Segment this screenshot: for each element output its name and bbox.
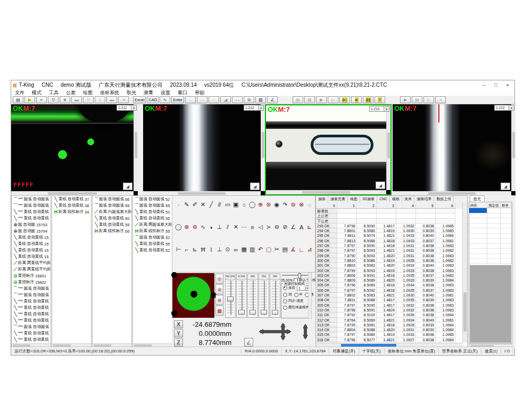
camera-resize-icon[interactable]: ◢ [250,183,260,190]
palette-tool-icon[interactable]: ⊕ [256,201,264,209]
channel-slider[interactable]: 0% [270,274,280,318]
menu-item[interactable]: 文件 [11,89,28,96]
camera-range-dropdown[interactable]: 1-212▼ [244,105,264,111]
palette-tool-icon[interactable]: ◖ [207,223,215,231]
element-list-item[interactable]: ⌒*** 圆弧 自动圆弧 [12,324,51,330]
arrow-block-icon[interactable]: ⇥ [118,96,129,103]
result-row[interactable]: 304 OK7.88098.50891.48201.09330.80391.09… [316,278,462,283]
y-jog-arrow[interactable] [280,320,286,343]
result-row[interactable]: 297 OK7.87978.50901.48181.09310.80381.09… [316,243,462,248]
element-list-item[interactable]: ╲*** 直线 自动直线 [12,209,51,215]
element-list-item[interactable]: ⊖直径标注15802 [12,279,51,285]
light-type-button[interactable]: ⊛ [215,295,223,305]
palette-tool-icon[interactable]: ⌐ [182,245,190,253]
chart-button[interactable]: ∠ [244,338,253,347]
camera-range-dropdown[interactable]: 1-212▼ [117,105,137,111]
zoom-icon[interactable]: ⊙ [244,96,254,103]
palette-tool-icon[interactable]: A [297,223,305,231]
element-list-item[interactable]: ⌒圆弧 自动圆弧55 [133,202,172,209]
gray-block-icon[interactable]: ▬ [71,96,82,103]
menu-item[interactable]: 模式 [28,89,45,96]
image-icon[interactable]: ◢ [220,96,231,103]
open-folder-icon[interactable]: ▶ [24,96,35,103]
camera-view-4[interactable] [393,104,511,191]
camera-hscrollbar[interactable] [393,191,511,195]
palette-tool-icon[interactable]: ⊛ [191,223,199,231]
results-tab[interactable]: 绘图 [348,196,360,203]
element-list-item[interactable]: ⌒*** 圆弧 自动圆弧 [12,196,51,202]
maximize-button[interactable]: □ [491,81,501,88]
results-tab[interactable]: 数据上传 [434,196,454,203]
channel-slider[interactable]: 0% [259,274,269,318]
menu-item[interactable]: 测量 [140,89,157,96]
radio-icon[interactable] [283,306,287,310]
height-icon[interactable]: ↕ [95,96,105,103]
play-icon[interactable]: ▷ [328,96,338,103]
detail-row[interactable] [469,244,512,249]
results-tab[interactable]: 夹具 [402,196,414,203]
result-row[interactable]: 312 OK7.87648.50691.48211.09340.80491.09… [316,318,462,323]
hscroll-thumb[interactable] [302,191,350,194]
camera-resize-icon[interactable]: ◢ [501,183,510,190]
radio-icon[interactable] [294,293,298,297]
pillar-icon[interactable]: II [60,96,70,103]
palette-tool-icon[interactable]: Ħ [199,245,207,253]
palette-tool-icon[interactable]: ⊘ [281,223,289,231]
camera-view-2[interactable] [143,104,261,191]
palette-tool-icon[interactable]: ∿ [199,223,207,231]
element-list-item[interactable]: ╲直线 自动直线52 [133,247,172,253]
cad-button[interactable]: CAD [147,96,159,103]
menu-item[interactable]: 绘图 [79,89,96,96]
result-row[interactable]: 298 OK7.87978.50931.48211.09310.80381.09… [316,248,462,253]
camera-vscrollbar[interactable] [386,105,390,190]
hscroll-thumb[interactable] [428,192,476,195]
master-intensity-slider[interactable] [282,275,309,276]
dropdown-arrow-icon[interactable]: ▼ [258,105,263,110]
play-to-end-icon[interactable]: ▶| [339,96,350,103]
camera-view-3[interactable] [266,105,386,190]
result-row[interactable]: 307 OK7.88028.50831.48211.09300.80401.09… [316,293,462,298]
result-row[interactable]: 310 OK7.87968.50911.48241.09320.80381.09… [316,308,462,312]
palette-tool-icon[interactable]: ∞ [232,245,240,253]
result-row[interactable]: 311 OK7.87928.51001.48171.09350.80381.09… [316,312,462,317]
palette-tool-icon[interactable]: ▦ [240,245,248,253]
results-vscrollbar[interactable] [462,203,467,343]
result-row[interactable]: 305 OK7.87968.50891.48181.09340.80381.09… [316,283,462,287]
run-tool-icon[interactable]: ✕ [375,96,385,103]
result-row[interactable]: 295 OK7.88118.50741.48211.09330.80401.09… [316,233,462,238]
menu-item[interactable]: 取光 [123,89,140,96]
radio-icon[interactable] [283,299,287,303]
palette-tool-icon[interactable]: ◁ [256,223,264,231]
element-list-item[interactable]: ⌒圆弧 自动圆弧55 [93,202,131,209]
result-row[interactable]: 309 OK7.87978.50901.48171.09320.80381.09… [316,303,462,308]
vscroll-thumb[interactable] [387,133,390,158]
element-list-item[interactable]: ╲直线 自动直线37 [52,196,91,202]
camera-vscrollbar[interactable] [511,104,516,191]
element-list-item[interactable]: ╲直线 自动直线52 [133,209,172,215]
result-row[interactable]: 308 OK7.88118.50881.48171.09350.80391.09… [316,298,462,302]
camera-hscrollbar[interactable] [143,191,261,195]
camera-resize-icon[interactable]: ◢ [123,183,132,190]
radio-sync[interactable]: 同步-强度 [283,299,311,303]
close-tool-icon[interactable]: × [435,96,446,103]
palette-tool-icon[interactable]: ▣ [232,201,240,209]
palette-tool-icon[interactable]: ⊜ [289,201,297,209]
chart-icon[interactable]: ∠ [267,96,278,103]
palette-tool-icon[interactable]: ⊛ [264,201,272,209]
element-list-item[interactable]: ╲直线 自动直线15 [12,234,51,241]
tolerance-row[interactable]: 上公差 [316,213,462,218]
dropdown-arrow-icon[interactable]: ▼ [509,105,514,110]
element-list-item[interactable]: ⊕圆 自动圆15794 [12,228,51,234]
element-list-item[interactable]: ⊕圆 自动圆15793 [12,221,51,228]
result-row[interactable]: 315 OK7.87978.50891.48191.09330.80981.09… [316,332,462,337]
element-list-item[interactable]: ╲直线 自动直线55 [93,221,131,228]
palette-tool-icon[interactable]: ⊥ [215,245,223,253]
palette-tool-icon[interactable]: ✎ [182,201,190,209]
play2-icon[interactable]: ▶ [400,96,411,103]
detail-row[interactable] [469,254,512,259]
palette-tool-icon[interactable]: ✐ [191,201,199,209]
curve-icon[interactable]: ∿ [160,96,170,103]
copy-icon[interactable]: ▥ [304,96,315,103]
menu-item[interactable]: 窗口 [174,89,191,96]
palette-tool-icon[interactable]: I [207,245,215,253]
